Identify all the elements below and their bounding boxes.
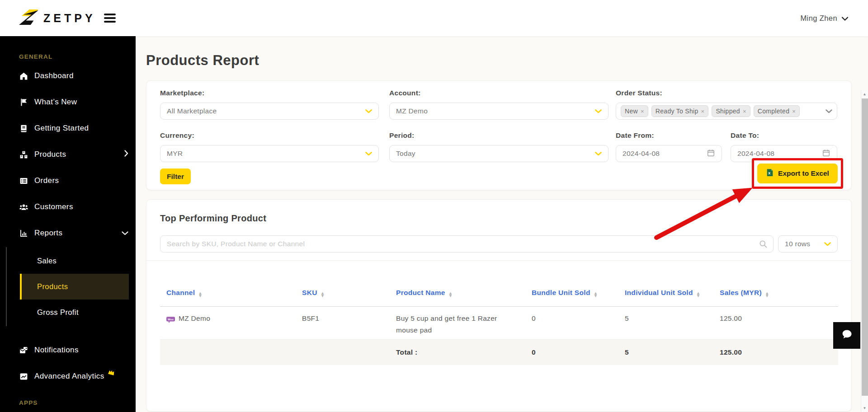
reports-submenu: Sales Products Gross Profit — [6, 247, 136, 326]
excel-file-icon: x — [766, 169, 774, 178]
account-label: Account: — [389, 89, 609, 97]
scroll-down-arrow[interactable]: ▼ — [861, 404, 868, 412]
chevron-down-icon — [595, 107, 602, 115]
user-menu[interactable]: Ming Zhen — [800, 14, 848, 23]
users-icon — [19, 202, 28, 212]
chevron-down-icon — [842, 14, 848, 23]
status-tag-shipped[interactable]: Shipped× — [712, 105, 750, 117]
vertical-scrollbar[interactable]: ▲ ▼ — [861, 90, 868, 412]
marketplace-label: Marketplace: — [160, 89, 379, 97]
sidebar-item-dashboard[interactable]: Dashboard — [0, 63, 136, 89]
chevron-down-icon — [826, 107, 832, 115]
remove-tag-icon[interactable]: × — [743, 108, 746, 115]
table-title: Top Performing Product — [160, 213, 838, 224]
account-select[interactable]: MZ Demo — [389, 103, 609, 120]
chevron-down-icon — [122, 229, 128, 238]
chevron-down-icon — [365, 150, 372, 158]
bundle-unit-sold-cell: 0 — [525, 306, 618, 339]
top-performing-product-table: Channel▲▼ SKU▲▼ Product Name▲▼ Bundle Un… — [160, 261, 838, 365]
line-chart-icon — [19, 372, 28, 381]
sidebar-item-reports[interactable]: Reports — [0, 220, 136, 246]
top-bar: ZETPY Ming Zhen — [0, 0, 868, 36]
main-content: Products Report Marketplace: All Marketp… — [136, 36, 868, 412]
currency-select[interactable]: MYR — [160, 145, 379, 162]
sort-icon[interactable]: ▲▼ — [198, 292, 203, 297]
column-header-product-name[interactable]: Product Name▲▼ — [390, 261, 525, 306]
sidebar-item-advanced-analytics[interactable]: Advanced Analytics — [0, 363, 136, 389]
column-header-individual-unit-sold[interactable]: Individual Unit Sold▲▼ — [618, 261, 713, 306]
scrollbar-thumb[interactable] — [862, 98, 868, 396]
mail-icon — [19, 346, 28, 355]
search-icon — [759, 239, 768, 250]
top-performing-product-panel: Top Performing Product 10 rows Channel▲▼ — [146, 199, 852, 412]
svg-text:Woo: Woo — [168, 318, 174, 320]
bar-chart-icon — [19, 229, 28, 238]
remove-tag-icon[interactable]: × — [792, 108, 796, 115]
flag-icon — [19, 98, 28, 107]
total-individual-unit-sold: 5 — [618, 339, 713, 365]
remove-tag-icon[interactable]: × — [701, 108, 705, 115]
currency-label: Currency: — [160, 131, 379, 140]
filters-panel: Marketplace: All Marketplace Account: MZ… — [146, 80, 852, 190]
sort-icon[interactable]: ▲▼ — [321, 292, 325, 297]
period-label: Period: — [389, 131, 609, 140]
sort-icon[interactable]: ▲▼ — [696, 292, 701, 297]
sidebar-subitem-sales[interactable]: Sales — [7, 248, 136, 274]
calendar-icon[interactable] — [707, 149, 715, 159]
chat-bubble-icon — [840, 329, 853, 342]
rows-per-page-select[interactable]: 10 rows — [778, 235, 838, 253]
home-icon — [19, 71, 28, 81]
date-from-label: Date From: — [616, 131, 722, 140]
date-to-input[interactable] — [737, 150, 805, 158]
search-input[interactable] — [160, 235, 774, 253]
svg-text:x: x — [768, 171, 770, 175]
chat-widget-button[interactable] — [833, 322, 860, 349]
sidebar-subitem-products-active[interactable]: Products — [20, 274, 129, 300]
sidebar-item-orders[interactable]: Orders — [0, 168, 136, 194]
sidebar-item-notifications[interactable]: Notifications — [0, 337, 136, 363]
column-header-bundle-unit-sold[interactable]: Bundle Unit Sold▲▼ — [525, 261, 618, 306]
sidebar-item-whats-new[interactable]: What’s New — [0, 89, 136, 115]
table-row: Woo MZ Demo B5F1 Buy 5 cup and get free … — [160, 306, 838, 339]
column-header-sku[interactable]: SKU▲▼ — [296, 261, 390, 306]
date-from-input[interactable] — [623, 150, 690, 158]
status-tag-completed[interactable]: Completed× — [754, 105, 800, 117]
order-list-icon — [19, 176, 28, 186]
sidebar-item-getting-started[interactable]: Getting Started — [0, 115, 136, 141]
sort-icon[interactable]: ▲▼ — [448, 292, 453, 297]
export-to-excel-button[interactable]: x Export to Excel — [757, 164, 838, 183]
chevron-right-icon — [124, 150, 128, 159]
chevron-down-icon — [595, 150, 602, 158]
column-header-sales-myr[interactable]: Sales (MYR)▲▼ — [713, 261, 838, 306]
individual-unit-sold-cell: 5 — [618, 306, 713, 339]
status-tag-new[interactable]: New× — [621, 105, 648, 117]
brand-name: ZETPY — [43, 12, 96, 25]
order-status-multiselect[interactable]: New× Ready To Ship× Shipped× Completed× — [616, 103, 837, 120]
page-title: Products Report — [146, 52, 858, 69]
scroll-up-arrow[interactable]: ▲ — [861, 90, 868, 98]
chevron-down-icon — [365, 107, 372, 115]
column-header-channel[interactable]: Channel▲▼ — [160, 261, 296, 306]
date-to-label: Date To: — [731, 131, 837, 140]
export-highlight-annotation: x Export to Excel — [752, 158, 843, 189]
sort-icon[interactable]: ▲▼ — [765, 292, 769, 297]
total-bundle-unit-sold: 0 — [525, 339, 618, 365]
sidebar-item-products[interactable]: Products — [0, 141, 136, 168]
period-select[interactable]: Today — [389, 145, 609, 162]
total-label: Total : — [390, 339, 525, 365]
filter-button[interactable]: Filter — [160, 169, 191, 184]
brand-logo[interactable]: ZETPY — [0, 9, 96, 28]
sort-icon[interactable]: ▲▼ — [594, 292, 598, 297]
marketplace-select[interactable]: All Marketplace — [160, 103, 379, 120]
date-from-field[interactable] — [616, 145, 722, 162]
hamburger-menu-icon[interactable] — [104, 14, 116, 23]
sidebar-item-customers[interactable]: Customers — [0, 194, 136, 220]
remove-tag-icon[interactable]: × — [641, 108, 644, 115]
boxes-icon — [19, 150, 28, 159]
status-tag-ready-to-ship[interactable]: Ready To Ship× — [651, 105, 709, 117]
sidebar-subitem-gross-profit[interactable]: Gross Profit — [7, 300, 136, 325]
calendar-icon[interactable] — [822, 149, 830, 159]
sidebar-section-apps: APPS — [19, 399, 136, 406]
chevron-down-icon — [824, 240, 831, 248]
total-row: Total : 0 5 125.00 — [160, 339, 838, 365]
